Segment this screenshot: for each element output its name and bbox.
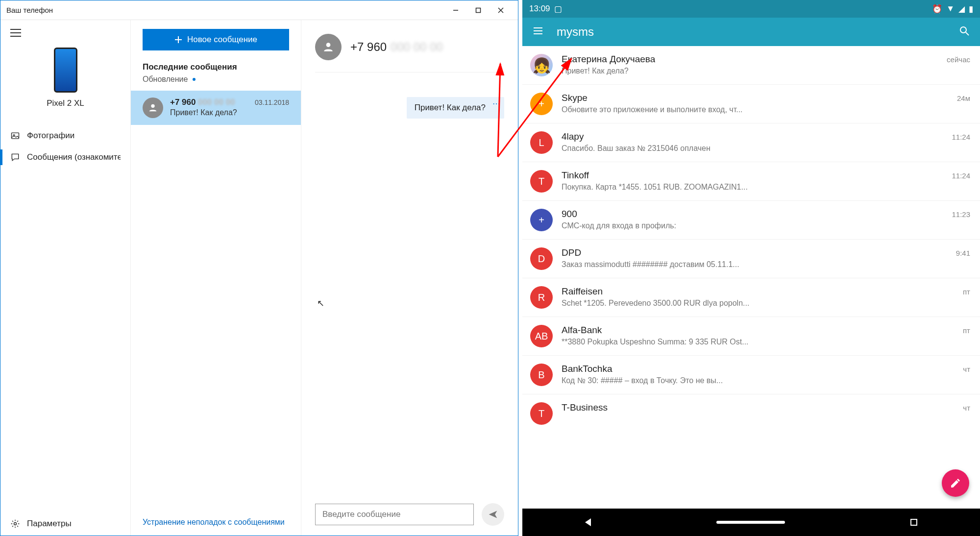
- chat-pane: +7 960 000 00 00 Привет! Как дела? ↖: [301, 20, 518, 536]
- svg-point-9: [151, 104, 154, 108]
- sms-time: чт: [963, 365, 970, 373]
- sms-sender-name: Tinkoff: [562, 170, 589, 181]
- new-message-button[interactable]: Новое сообщение: [143, 29, 289, 50]
- chat-title-hidden: 000 00 00: [391, 40, 443, 54]
- sms-time: 11:24: [952, 171, 970, 180]
- avatar: B: [530, 364, 553, 386]
- sms-conversation-item[interactable]: Екатерина ДокучаевасейчасПривет! Как дел…: [522, 46, 980, 85]
- avatar: [530, 54, 553, 76]
- svg-rect-1: [476, 8, 481, 12]
- compose-fab[interactable]: [942, 469, 969, 497]
- svg-rect-4: [12, 133, 19, 139]
- android-navbar: [522, 509, 980, 536]
- avatar: [143, 97, 163, 118]
- svg-point-14: [960, 27, 966, 33]
- conversation-number-hidden: 000 00 00: [198, 97, 235, 107]
- sms-time: чт: [963, 404, 970, 412]
- minimize-button[interactable]: [444, 0, 467, 20]
- svg-point-6: [14, 523, 17, 525]
- battery-icon: ▮: [969, 4, 973, 14]
- sms-sender-name: Raiffeisen: [562, 286, 603, 297]
- sms-sender-name: DPD: [562, 247, 581, 258]
- sms-sender-name: BankTochka: [562, 364, 612, 374]
- sms-conversation-item[interactable]: TTinkoff11:24Покупка. Карта *1455. 1051 …: [522, 162, 980, 201]
- conversation-number: +7 960: [170, 97, 196, 107]
- drawer-button[interactable]: [532, 25, 544, 39]
- sms-conversation-item[interactable]: ABAlfa-Bankпт**3880 Pokupka Uspeshno Sum…: [522, 317, 980, 356]
- sms-sender-name: 4lapy: [562, 131, 584, 142]
- avatar: +: [530, 93, 553, 115]
- sms-time: пт: [963, 288, 970, 296]
- close-button[interactable]: [490, 0, 512, 20]
- avatar: T: [530, 402, 553, 425]
- nav-back-button[interactable]: [585, 518, 591, 526]
- rail-label: Фотографии: [27, 131, 74, 141]
- sms-sender-name: 900: [562, 209, 577, 219]
- sms-conversation-item[interactable]: BBankTochkaчтКод № 30: ##### – вход в То…: [522, 356, 980, 394]
- sms-conversation-item[interactable]: RRaiffeisenптSchet *1205. Perevedeno 350…: [522, 278, 980, 317]
- sms-conversation-item[interactable]: L4lapy11:24Спасибо. Ваш заказ № 2315046 …: [522, 123, 980, 162]
- send-button[interactable]: [482, 503, 504, 526]
- sms-time: сейчас: [947, 55, 970, 64]
- sending-spinner-icon: [492, 101, 500, 109]
- phone-name: Pixel 2 XL: [47, 98, 84, 108]
- svg-point-10: [326, 43, 331, 47]
- sms-preview: Обновите это приложение и выполните вход…: [562, 105, 970, 114]
- sms-time: 11:23: [952, 210, 970, 219]
- sms-time: пт: [963, 326, 970, 335]
- troubleshoot-link[interactable]: Устранение неполадок с сообщениями: [143, 518, 285, 526]
- mouse-cursor-icon: ↖: [317, 298, 324, 309]
- sms-preview: Привет! Как дела?: [562, 67, 970, 75]
- app-title: mysms: [557, 25, 594, 39]
- rail-item-messages[interactable]: Сообщения (ознакомительная версия): [0, 146, 130, 168]
- chat-header: +7 960 000 00 00: [315, 34, 504, 73]
- rail-item-photos[interactable]: Фотографии: [0, 125, 130, 146]
- search-button[interactable]: [958, 25, 970, 39]
- recent-messages-title: Последние сообщения: [131, 62, 301, 72]
- conversation-item[interactable]: +7 960 000 00 00 03.11.2018 Привет! Как …: [131, 91, 301, 125]
- sms-preview: Заказ massimodutti ######## доставим 05.…: [562, 260, 970, 269]
- sms-conversation-item[interactable]: DDPD9:41Заказ massimodutti ######## дост…: [522, 240, 980, 278]
- wifi-icon: ▼: [946, 4, 955, 14]
- nav-recents-button[interactable]: [910, 519, 917, 526]
- sms-conversation-item[interactable]: +Skype24мОбновите это приложение и выпол…: [522, 85, 980, 123]
- chat-title-number: +7 960: [350, 40, 387, 54]
- rail-item-settings[interactable]: Параметры: [0, 512, 130, 536]
- outgoing-message-bubble: Привет! Как дела?: [407, 97, 504, 119]
- sms-time: 11:24: [952, 133, 970, 141]
- avatar: D: [530, 247, 553, 270]
- sms-preview: Спасибо. Ваш заказ № 2315046 оплачен: [562, 144, 970, 153]
- sms-time: 9:41: [956, 249, 970, 257]
- avatar: L: [530, 131, 553, 154]
- sms-preview: Покупка. Карта *1455. 1051 RUB. ZOOMAGAZ…: [562, 183, 970, 192]
- window-title: Ваш телефон: [6, 6, 53, 14]
- sms-time: 24м: [957, 94, 970, 102]
- android-phone-screenshot: 13:09 ▢ ⏰ ▼ ◢ ▮ mysms Екатерина Докучаев…: [522, 0, 980, 536]
- titlebar: Ваш телефон: [0, 0, 518, 20]
- conversation-list: Новое сообщение Последние сообщения Обно…: [131, 20, 301, 536]
- sms-conversation-item[interactable]: +90011:23СМС-код для входа в профиль:: [522, 201, 980, 240]
- avatar: R: [530, 286, 553, 309]
- conversation-preview: Привет! Как дела?: [170, 108, 289, 117]
- conversation-date: 03.11.2018: [255, 98, 289, 106]
- photos-icon: [10, 131, 20, 141]
- avatar: +: [530, 209, 553, 231]
- status-app-icon: ▢: [554, 4, 562, 14]
- app-bar: mysms: [522, 18, 980, 46]
- sms-sender-name: Екатерина Докучаева: [562, 54, 655, 65]
- nav-home-button[interactable]: [716, 521, 785, 524]
- rail-label: Параметры: [27, 519, 72, 529]
- maximize-button[interactable]: [467, 0, 490, 20]
- sms-conversation-item[interactable]: TT-Businessчт: [522, 394, 980, 433]
- sms-preview: Код № 30: ##### – вход в Точку. Это не в…: [562, 376, 970, 385]
- alarm-icon: ⏰: [932, 4, 942, 14]
- phone-illustration: [54, 48, 77, 93]
- sms-list[interactable]: Екатерина ДокучаевасейчасПривет! Как дел…: [522, 46, 980, 509]
- message-input[interactable]: [315, 504, 474, 525]
- new-message-label: Новое сообщение: [187, 35, 257, 45]
- avatar: T: [530, 170, 553, 193]
- plus-icon: [174, 36, 182, 44]
- update-row[interactable]: Обновление: [131, 72, 301, 91]
- android-statusbar: 13:09 ▢ ⏰ ▼ ◢ ▮: [522, 0, 980, 18]
- hamburger-button[interactable]: [10, 29, 21, 37]
